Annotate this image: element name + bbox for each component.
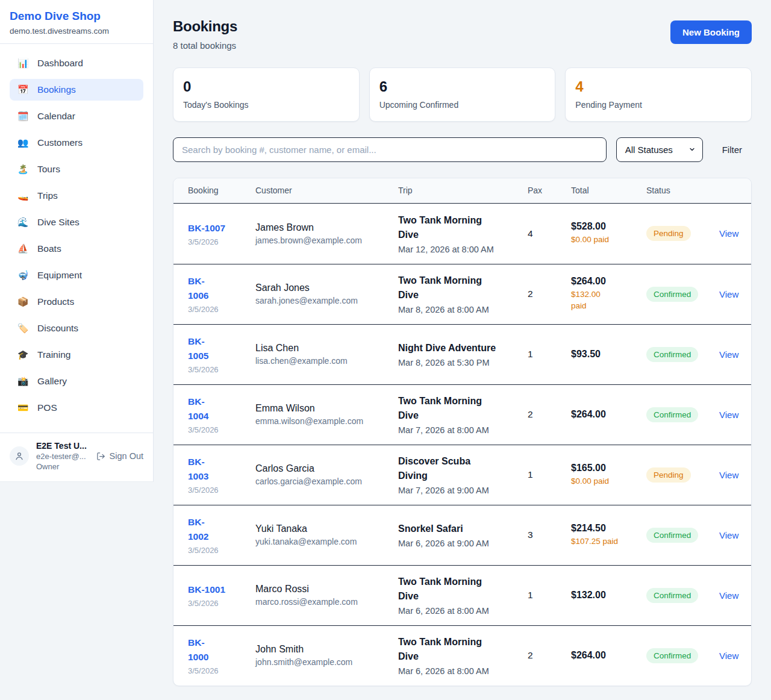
booking-date: 3/5/2026 (188, 305, 255, 314)
total-amount: $264.00 (571, 409, 646, 420)
customer-name: Lisa Chen (255, 343, 398, 354)
pax-count: 3 (528, 530, 571, 540)
brand-block: Demo Dive Shop demo.test.divestreams.com (0, 0, 153, 44)
sign-out-label: Sign Out (110, 451, 143, 461)
diving-mask-icon: 🤿 (17, 270, 29, 280)
bar-chart-icon: 📊 (17, 58, 29, 67)
booking-id-link[interactable]: BK-1001 (188, 583, 255, 597)
stat-label: Today's Bookings (183, 100, 349, 110)
trip-name: Discover Scuba Diving (398, 454, 528, 483)
view-link[interactable]: View (719, 289, 743, 299)
sidebar-item-training[interactable]: 🎓 Training (10, 344, 143, 366)
sidebar-item-customers[interactable]: 👥 Customers (10, 132, 143, 154)
booking-id-link[interactable]: BK- 1005 (188, 334, 255, 363)
pax-count: 2 (528, 289, 571, 299)
pax-count: 2 (528, 409, 571, 420)
booking-id-link[interactable]: BK-1007 (188, 221, 255, 236)
col-header-total: Total (571, 186, 646, 195)
people-icon: 👥 (17, 138, 29, 147)
avatar (10, 446, 29, 466)
sidebar-nav: 📊 Dashboard 📅 Bookings 🗓️ Calendar 👥 Cus… (0, 44, 153, 419)
view-link[interactable]: View (719, 590, 743, 601)
sidebar-item-gallery[interactable]: 📸 Gallery (10, 370, 143, 392)
trip-datetime: Mar 8, 2026 at 8:00 AM (398, 305, 528, 314)
booking-id-link[interactable]: BK- 1002 (188, 515, 255, 544)
view-link[interactable]: View (719, 228, 743, 239)
customer-email: james.brown@example.com (255, 236, 398, 245)
trip-name: Snorkel Safari (398, 522, 528, 536)
table-row: BK-1007 3/5/2026 James Brown james.brown… (173, 204, 751, 264)
pax-count: 4 (528, 228, 571, 239)
label-tag-icon: 🏷️ (17, 323, 29, 333)
col-header-booking: Booking (188, 186, 255, 195)
sidebar-item-boats[interactable]: ⛵ Boats (10, 238, 143, 260)
booking-date: 3/5/2026 (188, 365, 255, 374)
user-name: E2E Test U... (36, 441, 87, 451)
table-row: BK- 1006 3/5/2026 Sarah Jones sarah.jone… (173, 264, 751, 324)
customer-email: emma.wilson@example.com (255, 416, 398, 426)
booking-date: 3/5/2026 (188, 425, 255, 434)
toolbar: All Statuses Filter (173, 137, 752, 162)
booking-date: 3/5/2026 (188, 486, 255, 495)
sidebar-item-discounts[interactable]: 🏷️ Discounts (10, 317, 143, 339)
status-badge: Confirmed (646, 347, 698, 362)
status-badge: Pending (646, 467, 691, 483)
customer-name: Carlos Garcia (255, 463, 398, 474)
sign-out-button[interactable]: Sign Out (96, 451, 143, 461)
page-title: Bookings (173, 18, 237, 35)
sidebar-item-trips[interactable]: 🚤 Trips (10, 185, 143, 207)
sidebar-item-label: Equipment (37, 270, 82, 281)
trip-name: Two Tank Morning Dive (398, 273, 528, 302)
trip-datetime: Mar 6, 2026 at 9:00 AM (398, 539, 528, 548)
view-link[interactable]: View (719, 651, 743, 661)
sidebar-item-label: Dive Sites (37, 217, 80, 228)
status-filter-select[interactable]: All Statuses (616, 137, 703, 162)
sidebar-item-label: Tours (37, 164, 60, 175)
view-link[interactable]: View (719, 349, 743, 360)
search-input[interactable] (173, 137, 607, 162)
status-badge: Pending (646, 226, 691, 241)
sidebar-item-label: Discounts (37, 323, 78, 334)
pax-count: 1 (528, 469, 571, 480)
sidebar-item-calendar[interactable]: 🗓️ Calendar (10, 105, 143, 127)
brand-name: Demo Dive Shop (10, 9, 143, 24)
booking-date: 3/5/2026 (188, 237, 255, 246)
customer-name: Yuki Tanaka (255, 523, 398, 534)
pax-count: 1 (528, 349, 571, 360)
booking-id-link[interactable]: BK- 1006 (188, 274, 255, 303)
col-header-trip: Trip (398, 186, 528, 195)
sidebar-item-label: Bookings (37, 84, 76, 95)
sidebar-item-products[interactable]: 📦 Products (10, 291, 143, 313)
booking-id-link[interactable]: BK- 1003 (188, 455, 255, 484)
booking-id-link[interactable]: BK- 1000 (188, 636, 255, 664)
status-badge: Confirmed (646, 287, 698, 302)
customer-email: marco.rossi@example.com (255, 597, 398, 607)
sidebar-item-equipment[interactable]: 🤿 Equipment (10, 264, 143, 286)
sign-out-icon (96, 452, 105, 461)
wave-icon: 🌊 (17, 217, 29, 227)
booking-date: 3/5/2026 (188, 599, 255, 608)
trip-datetime: Mar 7, 2026 at 8:00 AM (398, 425, 528, 435)
trip-name: Two Tank Morning Dive (398, 213, 528, 242)
sidebar-item-dashboard[interactable]: 📊 Dashboard (10, 52, 143, 74)
view-link[interactable]: View (719, 470, 743, 480)
booking-id-link[interactable]: BK- 1004 (188, 395, 255, 423)
table-row: BK- 1003 3/5/2026 Carlos Garcia carlos.g… (173, 445, 751, 505)
sidebar-item-label: Trips (37, 190, 58, 201)
total-amount: $93.50 (571, 349, 646, 360)
user-avatar-icon (14, 451, 24, 461)
sidebar-item-tours[interactable]: 🏝️ Tours (10, 158, 143, 180)
view-link[interactable]: View (719, 530, 743, 540)
filter-button[interactable]: Filter (713, 145, 752, 155)
col-header-pax: Pax (528, 186, 571, 195)
table-row: BK- 1005 3/5/2026 Lisa Chen lisa.chen@ex… (173, 324, 751, 384)
view-link[interactable]: View (719, 410, 743, 420)
sidebar-item-label: Boats (37, 243, 61, 254)
sidebar-item-bookings[interactable]: 📅 Bookings (10, 79, 143, 101)
col-header-customer: Customer (255, 186, 398, 195)
stat-label: Upcoming Confirmed (379, 100, 546, 110)
new-booking-button[interactable]: New Booking (670, 20, 752, 44)
sidebar-item-dive-sites[interactable]: 🌊 Dive Sites (10, 211, 143, 233)
table-row: BK- 1002 3/5/2026 Yuki Tanaka yuki.tanak… (173, 505, 751, 565)
sidebar-item-pos[interactable]: 💳 POS (10, 397, 143, 419)
